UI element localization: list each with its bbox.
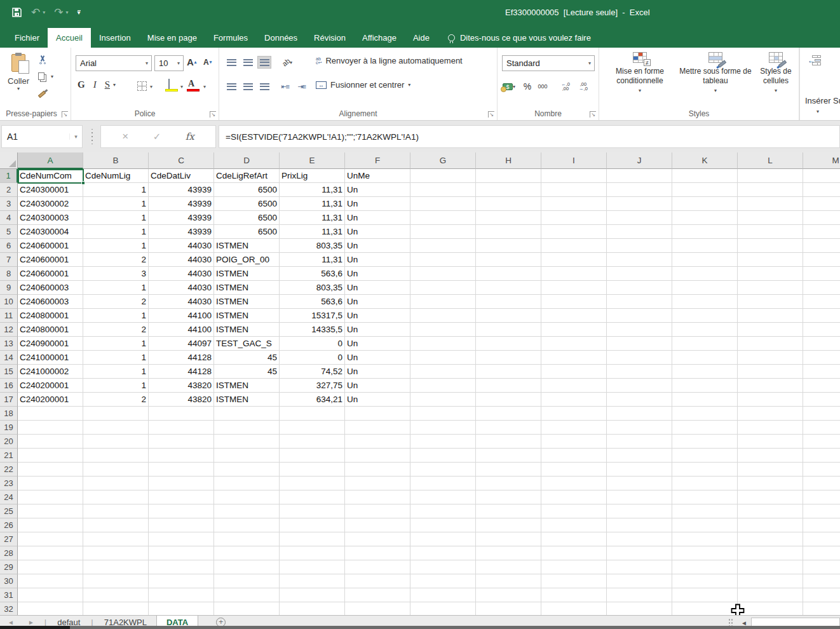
cell-G32[interactable] xyxy=(410,602,476,615)
cell-L23[interactable] xyxy=(738,477,803,490)
cell-L18[interactable] xyxy=(738,407,803,421)
conditional-formatting-dropdown-icon[interactable]: ▾ xyxy=(639,86,641,95)
merge-center-button[interactable]: ↔ Fusionner et centrer ▾ xyxy=(316,80,410,90)
cell-F31[interactable] xyxy=(345,588,410,602)
cell-L30[interactable] xyxy=(738,574,803,588)
cell-J10[interactable] xyxy=(607,295,672,309)
cell-F14[interactable]: Un xyxy=(345,351,410,365)
cell-E19[interactable] xyxy=(280,421,345,435)
cell-D21[interactable] xyxy=(214,449,280,463)
cell-D1[interactable]: CdeLigRefArt xyxy=(214,169,280,183)
cell-D22[interactable] xyxy=(214,463,280,477)
align-top-button[interactable] xyxy=(224,56,238,69)
cell-L3[interactable] xyxy=(738,197,803,211)
percent-format-button[interactable]: % xyxy=(522,80,533,93)
row-header-9[interactable]: 9 xyxy=(0,281,18,295)
cell-K16[interactable] xyxy=(672,379,738,393)
number-format-dropdown-icon[interactable]: ▾ xyxy=(585,60,594,66)
cell-C17[interactable]: 43820 xyxy=(149,393,214,407)
cell-M29[interactable] xyxy=(803,560,840,574)
font-size-dropdown-icon[interactable]: ▾ xyxy=(174,60,183,66)
cell-E16[interactable]: 327,75 xyxy=(280,379,345,393)
cell-A27[interactable] xyxy=(18,532,83,546)
paste-button[interactable]: Coller ▾ xyxy=(4,52,33,105)
cell-G7[interactable] xyxy=(410,253,476,267)
row-header-21[interactable]: 21 xyxy=(0,449,18,463)
cell-I11[interactable] xyxy=(541,309,607,323)
cell-C1[interactable]: CdeDatLiv xyxy=(149,169,214,183)
cell-I16[interactable] xyxy=(541,379,607,393)
cell-J30[interactable] xyxy=(607,574,672,588)
cell-E11[interactable]: 15317,5 xyxy=(280,309,345,323)
cell-A11[interactable]: C240800001 xyxy=(18,309,83,323)
cell-M13[interactable] xyxy=(803,337,840,351)
cell-C5[interactable]: 43939 xyxy=(149,225,214,239)
row-header-25[interactable]: 25 xyxy=(0,504,18,518)
cell-I8[interactable] xyxy=(541,267,607,281)
cell-A22[interactable] xyxy=(18,463,83,477)
cell-C25[interactable] xyxy=(149,504,214,518)
cell-F19[interactable] xyxy=(345,421,410,435)
cell-E27[interactable] xyxy=(280,532,345,546)
cell-I24[interactable] xyxy=(541,490,607,504)
cell-A17[interactable]: C240200001 xyxy=(18,393,83,407)
cell-I29[interactable] xyxy=(541,560,607,574)
cell-I3[interactable] xyxy=(541,197,607,211)
cell-B9[interactable]: 1 xyxy=(83,281,149,295)
cell-L15[interactable] xyxy=(738,365,803,379)
confirm-formula-icon[interactable]: ✓ xyxy=(153,131,161,142)
cell-E15[interactable]: 74,52 xyxy=(280,365,345,379)
ribbon-tab-accueil[interactable]: Accueil xyxy=(48,28,91,48)
cell-A10[interactable]: C240600003 xyxy=(18,295,83,309)
column-header-K[interactable]: K xyxy=(672,152,738,169)
row-header-24[interactable]: 24 xyxy=(0,490,18,504)
cell-B5[interactable]: 1 xyxy=(83,225,149,239)
cell-A6[interactable]: C240600001 xyxy=(18,239,83,253)
cell-L16[interactable] xyxy=(738,379,803,393)
cell-B27[interactable] xyxy=(83,532,149,546)
cell-B2[interactable]: 1 xyxy=(83,183,149,197)
cell-H13[interactable] xyxy=(476,337,541,351)
cell-B3[interactable]: 1 xyxy=(83,197,149,211)
wrap-text-button[interactable]: abc↩ Renvoyer à la ligne automatiquement xyxy=(316,56,463,65)
cell-C11[interactable]: 44100 xyxy=(149,309,214,323)
format-as-table-button[interactable]: Mettre sous forme de tableau ▾ xyxy=(677,52,754,95)
cell-F12[interactable]: Un xyxy=(345,323,410,337)
cell-F30[interactable] xyxy=(345,574,410,588)
cell-G31[interactable] xyxy=(410,588,476,602)
cell-K22[interactable] xyxy=(672,463,738,477)
cell-C12[interactable]: 44100 xyxy=(149,323,214,337)
cell-J2[interactable] xyxy=(607,183,672,197)
cell-H18[interactable] xyxy=(476,407,541,421)
row-header-6[interactable]: 6 xyxy=(0,239,18,253)
increase-indent-button[interactable]: ⇥≡ xyxy=(294,80,308,93)
cell-D5[interactable]: 6500 xyxy=(214,225,280,239)
cell-J21[interactable] xyxy=(607,449,672,463)
cell-K25[interactable] xyxy=(672,504,738,518)
cell-M4[interactable] xyxy=(803,211,840,225)
cell-F3[interactable]: Un xyxy=(345,197,410,211)
row-header-32[interactable]: 32 xyxy=(0,602,18,615)
cell-M7[interactable] xyxy=(803,253,840,267)
cell-J20[interactable] xyxy=(607,435,672,449)
ribbon-tab-mise-en-page[interactable]: Mise en page xyxy=(139,28,205,48)
row-header-26[interactable]: 26 xyxy=(0,518,18,532)
cell-F9[interactable]: Un xyxy=(345,281,410,295)
name-box[interactable]: A1 ▾ xyxy=(1,125,83,148)
cell-M11[interactable] xyxy=(803,309,840,323)
fill-color-dropdown-icon[interactable]: ▾ xyxy=(180,84,183,90)
cell-F26[interactable] xyxy=(345,518,410,532)
formula-bar-splitter[interactable] xyxy=(91,129,93,144)
cell-D26[interactable] xyxy=(214,518,280,532)
cell-H10[interactable] xyxy=(476,295,541,309)
cell-E24[interactable] xyxy=(280,490,345,504)
row-header-30[interactable]: 30 xyxy=(0,574,18,588)
cell-D16[interactable]: ISTMEN xyxy=(214,379,280,393)
cell-B29[interactable] xyxy=(83,560,149,574)
increase-decimal-button[interactable]: ←,0,00 xyxy=(559,80,572,93)
cell-D9[interactable]: ISTMEN xyxy=(214,281,280,295)
font-name-combo[interactable]: Arial ▾ xyxy=(76,55,152,71)
column-header-I[interactable]: I xyxy=(541,152,607,169)
cell-L11[interactable] xyxy=(738,309,803,323)
cell-K28[interactable] xyxy=(672,546,738,560)
